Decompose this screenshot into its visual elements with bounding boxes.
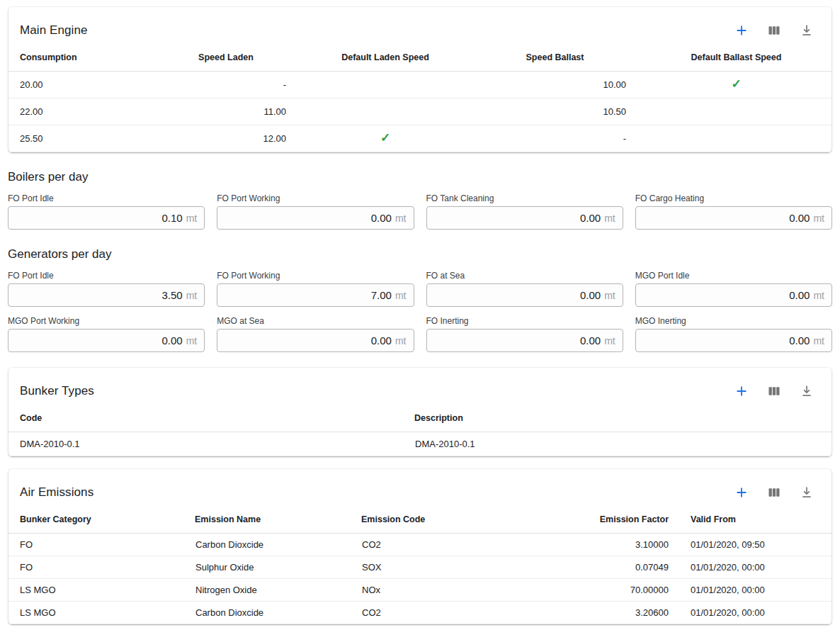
fo-cargo-heating-input[interactable]: [643, 212, 810, 224]
field-gen-fo-inerting: FO Inerting mt: [426, 316, 623, 352]
cell-speed-laden: 11.00: [150, 98, 302, 125]
cell-consumption: 20.00: [8, 72, 150, 98]
cell-default-ballast-speed: [641, 98, 832, 125]
export-icon[interactable]: [799, 23, 815, 38]
cell-speed-laden: -: [150, 72, 302, 98]
field-label: MGO Port Idle: [635, 271, 832, 281]
column-header-speed-ballast: Speed Ballast: [469, 47, 641, 72]
main-engine-card: Main Engine Consumption Speed Laden Defa…: [8, 7, 832, 152]
cell-default-laden-speed: ✓: [302, 125, 469, 152]
gen-mgo-at-sea-input[interactable]: [225, 334, 392, 347]
input-box: mt: [426, 206, 623, 230]
cell-emission-name: Sulphur Oxide: [195, 556, 361, 579]
gen-mgo-port-working-input[interactable]: [16, 334, 183, 347]
main-engine-header-row: Consumption Speed Laden Default Laden Sp…: [8, 47, 832, 72]
main-engine-table: Consumption Speed Laden Default Laden Sp…: [8, 47, 832, 152]
fo-port-working-input[interactable]: [225, 212, 392, 224]
field-gen-mgo-inerting: MGO Inerting mt: [635, 316, 832, 352]
field-gen-fo-at-sea: FO at Sea mt: [426, 271, 623, 307]
table-row[interactable]: 20.00 - 10.00 ✓: [8, 72, 832, 98]
column-header-code: Code: [8, 407, 414, 432]
column-header-emission-name: Emission Name: [195, 509, 361, 534]
unit-label: mt: [813, 213, 824, 224]
unit-label: mt: [186, 290, 198, 301]
table-row[interactable]: DMA-2010-0.1 DMA-2010-0.1: [8, 432, 832, 456]
export-icon[interactable]: [799, 485, 815, 500]
gen-fo-at-sea-input[interactable]: [434, 289, 601, 301]
field-fo-tank-cleaning: FO Tank Cleaning mt: [426, 193, 623, 230]
input-box: mt: [635, 283, 832, 307]
fo-tank-cleaning-input[interactable]: [434, 212, 601, 224]
column-header-bunker-category: Bunker Category: [8, 509, 195, 534]
table-row[interactable]: LS MGO Nitrogen Oxide NOx 70.00000 01/01…: [8, 579, 832, 602]
unit-label: mt: [813, 335, 824, 347]
field-label: FO at Sea: [426, 271, 623, 281]
air-emissions-card-header: Air Emissions: [8, 469, 832, 509]
bunker-types-toolbar: [734, 383, 815, 399]
generators-fields: FO Port Idle mt FO Port Working mt FO at…: [8, 271, 832, 352]
table-row[interactable]: FO Sulphur Oxide SOX 0.07049 01/01/2020,…: [8, 556, 832, 579]
bunker-types-card: Bunker Types Code Description DMA-2010-0…: [8, 368, 832, 456]
cell-emission-code: NOx: [361, 579, 531, 602]
input-box: mt: [635, 329, 832, 352]
column-settings-icon[interactable]: [766, 383, 782, 399]
add-icon[interactable]: [734, 23, 749, 38]
field-label: MGO at Sea: [217, 316, 414, 326]
cell-valid-from: 01/01/2020, 00:00: [673, 579, 832, 602]
field-fo-cargo-heating: FO Cargo Heating mt: [635, 193, 832, 230]
cell-emission-factor: 3.20600: [531, 602, 673, 624]
field-label: FO Tank Cleaning: [426, 193, 623, 203]
cell-consumption: 22.00: [8, 98, 150, 125]
unit-label: mt: [604, 213, 615, 224]
gen-mgo-port-idle-input[interactable]: [643, 289, 810, 301]
table-row[interactable]: 25.50 12.00 ✓ -: [8, 125, 832, 152]
add-icon[interactable]: [734, 485, 749, 500]
column-header-emission-factor: Emission Factor: [531, 509, 673, 534]
column-header-consumption: Consumption: [8, 47, 150, 72]
input-box: mt: [217, 329, 414, 352]
cell-emission-name: Nitrogen Oxide: [195, 579, 361, 602]
table-row[interactable]: FO Carbon Dioxcide CO2 3.10000 01/01/202…: [8, 534, 832, 556]
cell-emission-code: CO2: [361, 534, 531, 556]
column-settings-icon[interactable]: [766, 485, 782, 500]
field-label: FO Port Idle: [8, 271, 205, 281]
unit-label: mt: [813, 290, 824, 301]
check-icon: ✓: [380, 131, 390, 145]
cell-default-laden-speed: [302, 98, 469, 125]
gen-fo-inerting-input[interactable]: [434, 334, 601, 347]
cell-emission-factor: 0.07049: [531, 556, 673, 579]
input-box: mt: [217, 206, 414, 230]
field-label: MGO Port Working: [8, 316, 205, 326]
table-row[interactable]: LS MGO Carbon Dioxcide CO2 3.20600 01/01…: [8, 602, 832, 624]
air-emissions-header-row: Bunker Category Emission Name Emission C…: [8, 509, 832, 534]
column-header-valid-from: Valid From: [673, 509, 832, 534]
gen-fo-port-working-input[interactable]: [225, 289, 392, 301]
cell-emission-code: CO2: [361, 602, 531, 624]
cell-valid-from: 01/01/2020, 00:00: [673, 602, 832, 624]
column-header-emission-code: Emission Code: [361, 509, 531, 534]
unit-label: mt: [186, 213, 198, 224]
main-engine-title: Main Engine: [20, 23, 88, 38]
unit-label: mt: [395, 290, 407, 301]
field-label: FO Port Working: [217, 193, 414, 203]
air-emissions-card: Air Emissions Bunker Category Emission N…: [8, 469, 832, 624]
air-emissions-table: Bunker Category Emission Name Emission C…: [8, 509, 832, 624]
field-gen-fo-port-idle: FO Port Idle mt: [8, 271, 205, 307]
input-box: mt: [426, 283, 623, 307]
table-row[interactable]: 22.00 11.00 10.50: [8, 98, 832, 125]
cell-emission-name: Carbon Dioxcide: [195, 534, 361, 556]
column-settings-icon[interactable]: [766, 23, 782, 38]
input-box: mt: [8, 329, 205, 352]
gen-mgo-inerting-input[interactable]: [643, 334, 810, 347]
bunker-types-title: Bunker Types: [20, 384, 94, 398]
bunker-types-header-row: Code Description: [8, 407, 832, 432]
unit-label: mt: [395, 213, 407, 224]
cell-emission-factor: 3.10000: [531, 534, 673, 556]
add-icon[interactable]: [734, 383, 749, 399]
fo-port-idle-input[interactable]: [16, 212, 183, 224]
cell-speed-ballast: 10.00: [469, 72, 641, 98]
input-box: mt: [8, 206, 205, 230]
export-icon[interactable]: [799, 383, 815, 399]
cell-emission-name: Carbon Dioxcide: [195, 602, 361, 624]
gen-fo-port-idle-input[interactable]: [16, 289, 183, 301]
